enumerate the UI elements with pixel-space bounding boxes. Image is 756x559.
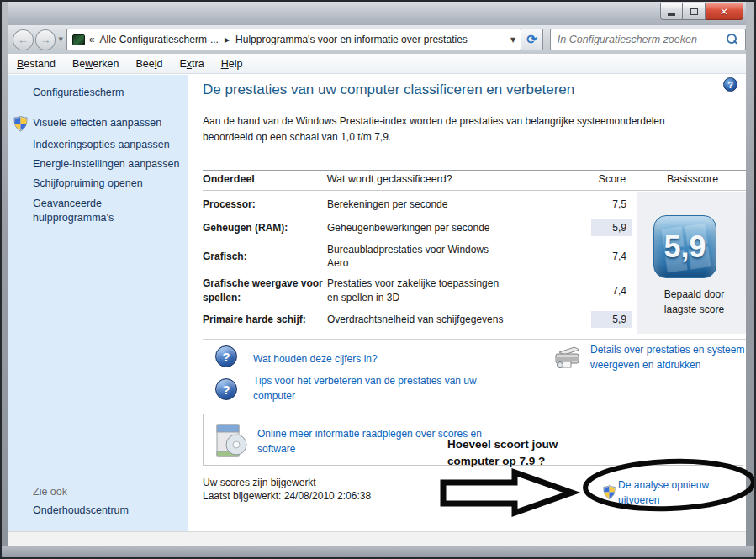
- header-basisscore: Basisscore: [631, 173, 749, 185]
- rerun-analysis-link[interactable]: De analyse opnieuw uitvoeren: [618, 477, 746, 508]
- question-icon[interactable]: ?: [215, 345, 237, 367]
- uac-shield-icon: [603, 485, 616, 500]
- menu-bar: Bestand Bewerken Beeld Extra Help: [8, 54, 746, 74]
- rerun-analysis[interactable]: De analyse opnieuw uitvoeren: [603, 477, 746, 508]
- sidebar-item-geavanceerde-hulpprogrammas[interactable]: Geavanceerde hulpprogramma's: [33, 197, 184, 225]
- window-frame-left: [2, 2, 8, 559]
- details-print-link[interactable]: Details over prestaties en systeem weerg…: [590, 342, 756, 372]
- component-name: Grafisch:: [203, 250, 327, 263]
- sidebar-item-indexeringsopties[interactable]: Indexeringsopties aanpassen: [33, 139, 184, 150]
- minimize-button[interactable]: [660, 3, 683, 20]
- table-row: Grafisch: Bureaubladprestaties voor Wind…: [203, 240, 649, 273]
- what-do-numbers-mean-link[interactable]: Wat houden deze cijfers in?: [253, 351, 378, 367]
- last-updated-text: Laatst bijgewerkt: 24/08/2010 2:06:38: [203, 490, 371, 502]
- main-content: ? De prestaties van uw computer classifi…: [188, 75, 746, 531]
- address-bar[interactable]: « Alle Configuratiescherm-... ▶ Hulpprog…: [66, 29, 521, 50]
- menu-help[interactable]: Help: [213, 58, 251, 70]
- window-frame-right: [746, 2, 754, 559]
- sidebar-item-schijfopruiming[interactable]: Schijfopruiming openen: [33, 177, 184, 189]
- breadcrumb-root[interactable]: Alle Configuratiescherm-...: [100, 34, 219, 45]
- search-icon[interactable]: [725, 33, 738, 46]
- sidebar-item-configuratiescherm[interactable]: Configuratiescherm: [33, 87, 124, 98]
- help-button[interactable]: ?: [723, 77, 737, 92]
- refresh-icon: ⟳: [526, 32, 537, 47]
- base-score-panel: 5,9 Bepaald door laagste score: [637, 192, 752, 334]
- base-score-caption: Bepaald door laagste score: [637, 287, 752, 317]
- component-description: Prestaties voor zakelijke toepassingen e…: [327, 277, 508, 303]
- search-input[interactable]: [551, 34, 725, 45]
- page-title: De prestaties van uw computer classifice…: [203, 82, 574, 98]
- table-row: Geheugen (RAM): Geheugenbewerkingen per …: [203, 216, 649, 240]
- software-box-icon: [214, 421, 247, 460]
- question-icon[interactable]: ?: [215, 378, 237, 400]
- scores-updated-text: Uw scores zijn bijgewerkt: [203, 477, 316, 488]
- refresh-button[interactable]: ⟳: [521, 29, 543, 50]
- component-description: Berekeningen per seconde: [327, 198, 508, 211]
- maximize-icon: [690, 8, 698, 15]
- breadcrumb-separator-icon: ▶: [225, 36, 230, 44]
- component-name: Processor:: [203, 198, 327, 211]
- component-name: Grafische weergave voor spellen:: [203, 277, 327, 303]
- base-score-value: 5,9: [663, 229, 706, 265]
- forward-button[interactable]: →: [35, 29, 56, 50]
- maximize-button[interactable]: [683, 3, 706, 20]
- back-icon: ←: [18, 34, 29, 46]
- header-score: Score: [507, 173, 631, 185]
- sidebar-item-energie-instellingen[interactable]: Energie-instellingen aanpassen: [33, 158, 184, 170]
- score-table: Processor: Berekeningen per seconde 7,5 …: [203, 192, 649, 331]
- header-wat-wordt-geclassificeerd: Wat wordt geclassificeerd?: [327, 173, 508, 185]
- minimize-icon: [668, 13, 675, 16]
- search-box: [550, 29, 746, 50]
- score-value: 7,4: [591, 243, 632, 270]
- menu-bestand[interactable]: Bestand: [8, 58, 64, 70]
- window-frame-bottom: [2, 546, 754, 557]
- performance-tips-link[interactable]: Tips voor het verbeteren van de prestati…: [253, 373, 489, 403]
- table-row: Primaire harde schijf: Overdrachtsnelhei…: [203, 308, 649, 331]
- close-icon: ✕: [720, 6, 728, 18]
- intro-text: Aan de hand van de Windows Prestatie-ind…: [203, 113, 689, 145]
- score-value: 7,4: [591, 277, 632, 303]
- table-header-row: Onderdeel Wat wordt geclassificeerd? Sco…: [203, 173, 749, 185]
- table-row: Processor: Berekeningen per seconde 7,5: [203, 192, 649, 216]
- see-also-header: Zie ook: [33, 486, 67, 498]
- score-value: 5,9: [591, 219, 632, 236]
- address-dropdown-icon[interactable]: ▼: [510, 36, 515, 44]
- sidebar: Configuratiescherm Visuele effecten aanp…: [8, 75, 188, 531]
- component-description: Overdrachtsnelheid van schijfgegevens: [327, 313, 508, 326]
- score-value: 5,9: [591, 311, 632, 328]
- breadcrumb-current[interactable]: Hulpprogramma's voor en informatie over …: [235, 34, 468, 45]
- menu-beeld[interactable]: Beeld: [127, 58, 171, 70]
- control-panel-icon: [72, 34, 85, 45]
- component-name: Geheugen (RAM):: [203, 221, 327, 235]
- table-top-divider: [203, 170, 749, 171]
- forward-icon: →: [40, 34, 51, 46]
- section-divider: [203, 339, 749, 340]
- window-controls: ✕: [660, 3, 743, 20]
- close-button[interactable]: ✕: [706, 3, 743, 20]
- base-score-badge: 5,9: [653, 215, 716, 278]
- table-header-divider: [203, 190, 749, 191]
- menu-bewerken[interactable]: Bewerken: [64, 58, 128, 70]
- sidebar-item-onderhoudscentrum[interactable]: Onderhoudscentrum: [33, 504, 129, 516]
- window-body: Configuratiescherm Visuele effecten aanp…: [8, 75, 746, 531]
- navigation-bar: ← → ▼ « Alle Configuratiescherm-... ▶ Hu…: [8, 25, 746, 54]
- menu-extra[interactable]: Extra: [171, 58, 212, 70]
- table-row: Grafische weergave voor spellen: Prestat…: [203, 273, 649, 307]
- component-description: Bureaubladprestaties voor Windows Aero: [327, 243, 508, 270]
- score-value: 7,5: [591, 196, 632, 213]
- component-description: Geheugenbewerkingen per seconde: [327, 221, 508, 235]
- app-window: ✕ ← → ▼ « Alle Configuratiescherm-... ▶ …: [0, 0, 756, 559]
- title-bar: ✕: [2, 2, 754, 25]
- help-icon: ?: [727, 80, 733, 90]
- history-caret-icon[interactable]: ▼: [58, 36, 62, 43]
- printer-icon: [552, 344, 583, 369]
- uac-shield-icon: [13, 116, 28, 132]
- back-button[interactable]: ←: [13, 29, 34, 50]
- annotation-text: Hoeveel scoort jouw computer op 7.9 ?: [447, 436, 586, 471]
- header-onderdeel: Onderdeel: [203, 173, 327, 185]
- sidebar-item-visuele-effecten[interactable]: Visuele effecten aanpassen: [33, 117, 184, 129]
- breadcrumb-overflow-chevron[interactable]: «: [89, 34, 95, 45]
- component-name: Primaire harde schijf:: [203, 313, 327, 326]
